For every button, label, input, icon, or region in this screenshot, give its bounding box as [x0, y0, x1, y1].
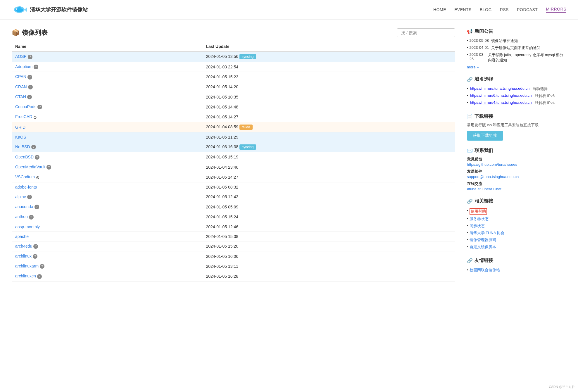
- help-icon[interactable]: ?: [27, 95, 32, 99]
- mirror-name-link[interactable]: FreeCAD: [15, 114, 32, 119]
- domain-desc-0: 自动选择: [532, 86, 548, 91]
- related-link-2[interactable]: 同步状态: [470, 223, 485, 229]
- table-row: arch4edu?2024-01-05 15:20: [12, 241, 455, 251]
- related-icon: 🔗: [467, 198, 473, 204]
- news-date-2: 2023-03-25: [470, 52, 486, 61]
- domain-url-2[interactable]: https://mirrors4.tuna.tsinghua.edu.cn: [470, 100, 532, 105]
- help-icon[interactable]: ?: [34, 205, 39, 209]
- col-update-cell: 2024-01-05 14:48: [202, 102, 455, 112]
- mirror-name-link[interactable]: CocoaPods: [15, 104, 36, 109]
- col-update-cell: 2024-01-05 05:09: [202, 202, 455, 212]
- help-icon[interactable]: ?: [27, 195, 32, 199]
- table-row: CRAN?2024-01-05 14:20: [12, 82, 455, 92]
- help-icon[interactable]: ?: [27, 75, 32, 80]
- feedback-url[interactable]: https://github.com/tuna/issues: [467, 162, 517, 167]
- help-icon[interactable]: ?: [28, 55, 32, 59]
- help-icon[interactable]: ?: [33, 244, 38, 249]
- site-title: 清华大学开源软件镜像站: [30, 6, 88, 13]
- related-link-4[interactable]: 镜像管理器源码: [470, 237, 496, 243]
- col-update-cell: 2024-01-05 12:42: [202, 192, 455, 202]
- help-icon[interactable]: ?: [33, 254, 37, 259]
- help-icon[interactable]: ?: [46, 165, 51, 170]
- help-icon[interactable]: ?: [28, 85, 33, 89]
- mirror-name-link[interactable]: anaconda: [15, 204, 33, 209]
- main-container: 📦 镜像列表 Name Last Update AOSP?2024-01-05 …: [0, 20, 578, 290]
- logo-area: 清华大学开源软件镜像站: [12, 4, 88, 16]
- download-button[interactable]: 获取下载链接: [467, 131, 503, 141]
- mirror-name-link[interactable]: CTAN: [15, 94, 26, 99]
- table-row: FreeCAD⊙2024-01-05 14:27: [12, 112, 455, 122]
- mirror-name-link[interactable]: apache: [15, 234, 29, 239]
- related-item-5: 自定义镜像脚本: [467, 244, 566, 251]
- col-update-cell: 2024-01-04 23:46: [202, 162, 455, 172]
- download-desc: 常用发行版 iso 和应用工具安装包直接下载: [467, 122, 566, 128]
- chat-link[interactable]: #tuna at Libera.Chat: [467, 187, 501, 191]
- col-name-cell: adobe-fonts: [12, 182, 202, 192]
- friends-link-0[interactable]: 校园网联合镜像站: [470, 267, 500, 273]
- domain-url-1[interactable]: https://mirrors6.tuna.tsinghua.edu.cn: [470, 93, 532, 98]
- mirror-name-link[interactable]: OpenBSD: [15, 155, 34, 159]
- news-more-link[interactable]: more »: [467, 65, 479, 69]
- help-icon[interactable]: ?: [35, 155, 39, 160]
- mirror-name-link[interactable]: archlinuxcn: [15, 274, 36, 278]
- mirror-name-link[interactable]: GRID: [15, 125, 25, 129]
- mirror-name-link[interactable]: arch4edu: [15, 244, 32, 248]
- col-name-cell: apache: [12, 232, 202, 241]
- nav-rss[interactable]: RSS: [500, 7, 509, 12]
- mirror-name-link[interactable]: AOSP: [15, 54, 27, 59]
- help-icon[interactable]: ?: [29, 215, 34, 220]
- mirror-name-link[interactable]: adobe-fonts: [15, 185, 37, 189]
- mirror-name-link[interactable]: KaOS: [15, 135, 26, 139]
- related-link-5[interactable]: 自定义镜像脚本: [470, 244, 496, 250]
- table-row: CTAN?2024-01-05 10:35: [12, 92, 455, 102]
- help-icon[interactable]: ?: [31, 145, 36, 149]
- status-badge-syncing: syncing: [239, 144, 256, 150]
- news-text-2: 关于移除 julia、openresty 仓库与 mysql 部分内容的通知: [488, 52, 566, 63]
- col-name-cell: archlinuxcn?: [12, 271, 202, 281]
- mirror-name-link[interactable]: CPAN: [15, 74, 26, 79]
- related-item-1: 服务器状态: [467, 215, 566, 222]
- table-row: CocoaPods?2024-01-05 14:48: [12, 102, 455, 112]
- mirror-name-link[interactable]: VSCodium: [15, 175, 35, 179]
- last-update-text: 2024-01-05 14:48: [206, 105, 238, 109]
- search-input[interactable]: [397, 28, 455, 37]
- mirror-name-link[interactable]: anthon: [15, 214, 28, 219]
- mirror-name-link[interactable]: CRAN: [15, 84, 27, 89]
- mirror-name-link[interactable]: aosp-monthly: [15, 225, 40, 229]
- mirror-name-link[interactable]: NetBSD: [15, 144, 30, 149]
- nav-events[interactable]: EVENTS: [454, 7, 472, 12]
- mirror-name-link[interactable]: archlinux: [15, 254, 32, 258]
- related-link-1[interactable]: 服务器状态: [470, 216, 489, 222]
- mirror-name-link[interactable]: alpine: [15, 194, 26, 199]
- table-row: KaOS2024-01-05 11:29: [12, 132, 455, 142]
- col-update-cell: 2024-01-05 16:28: [202, 271, 455, 281]
- last-update-text: 2024-01-05 15:23: [206, 75, 238, 79]
- nav-blog[interactable]: BLOG: [480, 7, 492, 12]
- github-icon: ⊙: [33, 115, 37, 120]
- help-icon[interactable]: ?: [34, 65, 38, 69]
- table-row: OpenMediaVault?2024-01-04 23:46: [12, 162, 455, 172]
- mirror-name-link[interactable]: Adoptium: [15, 64, 32, 69]
- help-icon[interactable]: ?: [37, 105, 42, 109]
- feedback-label: 意见反馈: [467, 157, 482, 161]
- related-link-3[interactable]: 清华大学 TUNA 协会: [470, 230, 505, 236]
- nav-home[interactable]: HOME: [433, 7, 446, 12]
- email-address[interactable]: support@tuna.tsinghua.edu.cn: [467, 175, 519, 179]
- left-panel: 📦 镜像列表 Name Last Update AOSP?2024-01-05 …: [12, 28, 455, 282]
- domain-url-0[interactable]: https://mirrors.tuna.tsinghua.edu.cn: [470, 86, 530, 91]
- last-update-text: 2024-01-03 22:54: [206, 65, 238, 69]
- news-list: 2023-05-08 镜像站维护通知 2023-04-01 关于镜像站页面不正常…: [467, 37, 566, 64]
- mirror-name-link[interactable]: archlinuxarm: [15, 264, 39, 268]
- nav-podcast[interactable]: PODCAST: [517, 7, 538, 12]
- help-icon[interactable]: ?: [37, 274, 42, 279]
- col-update-cell: 2024-01-03 22:54: [202, 62, 455, 72]
- table-row: adobe-fonts2024-01-05 08:32: [12, 182, 455, 192]
- chat-label: 在线交流: [467, 182, 482, 186]
- email-label: 发送邮件: [467, 169, 482, 174]
- related-link-0[interactable]: 使用帮助: [470, 208, 487, 215]
- contact-section: ✉️ 联系我们 意见反馈 https://github.com/tuna/iss…: [467, 148, 566, 191]
- help-icon[interactable]: ?: [40, 264, 44, 269]
- mirror-name-link[interactable]: OpenMediaVault: [15, 165, 45, 169]
- col-name-cell: anaconda?: [12, 202, 202, 212]
- nav-mirrors[interactable]: MIRRORS: [546, 7, 566, 13]
